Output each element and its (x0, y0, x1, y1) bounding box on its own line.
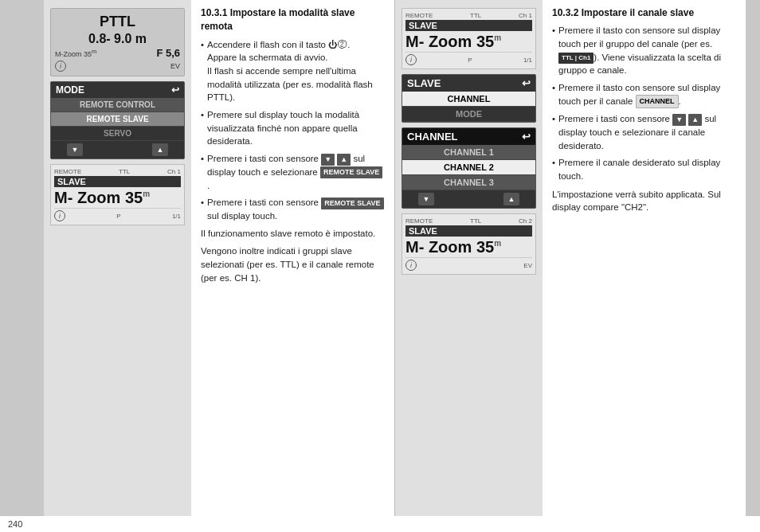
pttl-distance: 0.8- 9.0 m (55, 32, 180, 46)
channel-screen: CHANNEL ↩ CHANNEL 1 CHANNEL 2 CHANNEL 3 … (402, 127, 536, 209)
page-number: 240 (8, 519, 22, 529)
right-bullet-1: • Premere il tasto con sensore sul displ… (552, 24, 736, 77)
slave-screen: SLAVE ↩ CHANNEL MODE (402, 74, 536, 123)
left-flash-header: REMOTE TTL Ch 1 (54, 168, 181, 175)
right-heading: 10.3.2 Impostare il canale slave (552, 6, 736, 20)
left-zoom-big: M- Zoom 35m (54, 189, 181, 206)
left-bullet-4: • Premere i tasti con sensore REMOTE SLA… (201, 196, 385, 222)
pttl-row-zoom: M-Zoom 35m F 5,6 (55, 46, 180, 60)
right-device-panel: REMOTE TTL Ch 1 SLAVE M- Zoom 35m i (395, 0, 543, 516)
down-arrow-tag: ▼ (321, 154, 335, 166)
right-ttl-label-1: TTL (470, 12, 481, 19)
left-text-panel: 10.3.1 Impostare la modalità slave remot… (191, 0, 394, 516)
left-note: Vengono inoltre indicati i gruppi slave … (201, 244, 385, 284)
pttl-ev: EV (170, 62, 180, 70)
right-bullet-3: • Premere i tasti con sensore ▼ ▲ sul di… (552, 112, 736, 152)
left-sidebar (0, 0, 44, 516)
left-flash-bottom-row: i P 1/1 (54, 208, 181, 221)
pttl-aperture: F 5,6 (156, 47, 180, 59)
mode-arrow-down[interactable]: ▼ (67, 143, 83, 156)
right-sidebar (746, 0, 760, 516)
channel-arrows-row: ▼ ▲ (402, 190, 535, 208)
left-bullet-1: • Accendere il flash con il tasto ⏻②.App… (201, 38, 385, 104)
right-slave-row-1: SLAVE (405, 20, 532, 31)
slave-item-channel[interactable]: CHANNEL (402, 92, 535, 107)
channel-title: CHANNEL (407, 131, 458, 143)
channel-return-icon: ↩ (522, 131, 531, 143)
page-container: PTTL 0.8- 9.0 m M-Zoom 35m F 5,6 i EV MO… (0, 0, 760, 516)
right-zoom-big-2: M- Zoom 35m (405, 238, 532, 256)
ttl-ch1-tag: TTL | Ch1 (558, 53, 594, 64)
right-second-flash-display: REMOTE TTL Ch 2 SLAVE M- Zoom 35m i EV (402, 213, 536, 275)
remote-slave-tag-1: REMOTE SLAVE (320, 166, 382, 178)
right-bullet-2: • Premere il tasto con sensore sul displ… (552, 81, 736, 108)
right-ttl-label-2: TTL (470, 217, 481, 225)
slave-return-icon: ↩ (522, 77, 531, 89)
channel-arrow-up[interactable]: ▲ (503, 193, 519, 205)
mode-item-servo[interactable]: SERVO (51, 127, 184, 141)
page-footer: 240 (0, 516, 760, 532)
right-p-ratio-1: P (468, 57, 472, 64)
right-zoom-big-1: M- Zoom 35m (405, 33, 532, 50)
mode-title: MODE (56, 84, 84, 96)
right-conclusion: L'impostazione verrà subito applicata. S… (552, 188, 736, 214)
mode-item-remote-control[interactable]: REMOTE CONTROL (51, 98, 184, 112)
pttl-screen: PTTL 0.8- 9.0 m M-Zoom 35m F 5,6 i EV (50, 8, 185, 76)
left-device-panel: PTTL 0.8- 9.0 m M-Zoom 35m F 5,6 i EV MO… (44, 0, 191, 516)
channel-header: CHANNEL ↩ (402, 128, 535, 145)
left-bullet-3: • Premere i tasti con sensore ▼ ▲ sul di… (201, 152, 385, 192)
mode-item-remote-slave[interactable]: REMOTE SLAVE (51, 112, 184, 127)
right-second-flash-header: REMOTE TTL Ch 2 (405, 217, 532, 225)
left-conclusion: Il funzionamento slave remoto è impostat… (201, 227, 385, 241)
channel-item-2[interactable]: CHANNEL 2 (402, 160, 535, 175)
slave-title: SLAVE (407, 77, 441, 89)
left-p-ratio: P (116, 213, 120, 220)
left-ratio-value: 1/1 (172, 213, 181, 220)
info-icon-right-2: i (405, 260, 417, 271)
right-remote-label-1: REMOTE (405, 12, 433, 19)
right-first-flash-display: REMOTE TTL Ch 1 SLAVE M- Zoom 35m i (402, 8, 536, 69)
left-bullet-2: • Premere sul display touch la modalità … (201, 108, 385, 148)
right-first-flash-bottom: i P 1/1 (405, 52, 532, 65)
right-remote-label-2: REMOTE (405, 217, 433, 225)
right-second-flash-bottom: i EV (405, 257, 532, 271)
left-ttl-label: TTL (119, 168, 130, 175)
right-ratio-1: 1/1 (523, 57, 532, 64)
right-slave-row-2: SLAVE (405, 225, 532, 237)
mode-screen: MODE ↩ REMOTE CONTROL REMOTE SLAVE SERVO… (50, 81, 185, 159)
right-first-flash-header: REMOTE TTL Ch 1 (405, 12, 532, 19)
right-bullet-4: • Premere il canale desiderato sul displ… (552, 156, 736, 182)
remote-slave-tag-2: REMOTE SLAVE (321, 198, 383, 209)
left-slave-row: SLAVE (54, 176, 181, 187)
channel-item-3[interactable]: CHANNEL 3 (402, 175, 535, 190)
main-content: PTTL 0.8- 9.0 m M-Zoom 35m F 5,6 i EV MO… (44, 0, 746, 516)
pttl-row-ev: i EV (55, 60, 180, 72)
mode-arrow-up[interactable]: ▲ (152, 143, 168, 156)
mode-arrows-row: ▼ ▲ (51, 141, 184, 158)
mode-return-icon: ↩ (171, 84, 179, 96)
right-ch-1: Ch 1 (519, 12, 532, 19)
right-ch-2: Ch 2 (519, 217, 532, 225)
left-flash-display: REMOTE TTL Ch 1 SLAVE M- Zoom 35m i (50, 164, 185, 225)
slave-header: SLAVE ↩ (402, 75, 535, 92)
down-tag-right: ▼ (672, 114, 686, 126)
slave-item-mode[interactable]: MODE (402, 107, 535, 122)
right-text-panel: 10.3.2 Impostare il canale slave • Preme… (543, 0, 746, 516)
pttl-zoom: M-Zoom 35m (55, 48, 96, 58)
channel-arrow-down[interactable]: ▼ (418, 193, 434, 205)
pttl-title: PTTL (55, 12, 180, 32)
right-ev-label: EV (523, 262, 532, 269)
mode-header: MODE ↩ (51, 82, 184, 98)
up-tag-right: ▲ (688, 114, 702, 126)
info-icon-right-1: i (405, 54, 417, 65)
info-icon-pttl: i (55, 61, 66, 72)
left-remote-label: REMOTE (54, 168, 81, 175)
up-arrow-tag: ▲ (337, 154, 351, 166)
left-heading: 10.3.1 Impostare la modalità slave remot… (201, 6, 385, 34)
channel-inline-tag: CHANNEL (636, 95, 679, 108)
left-ch-label: Ch 1 (167, 168, 181, 175)
channel-item-1[interactable]: CHANNEL 1 (402, 145, 535, 160)
info-icon-left: i (54, 210, 65, 221)
